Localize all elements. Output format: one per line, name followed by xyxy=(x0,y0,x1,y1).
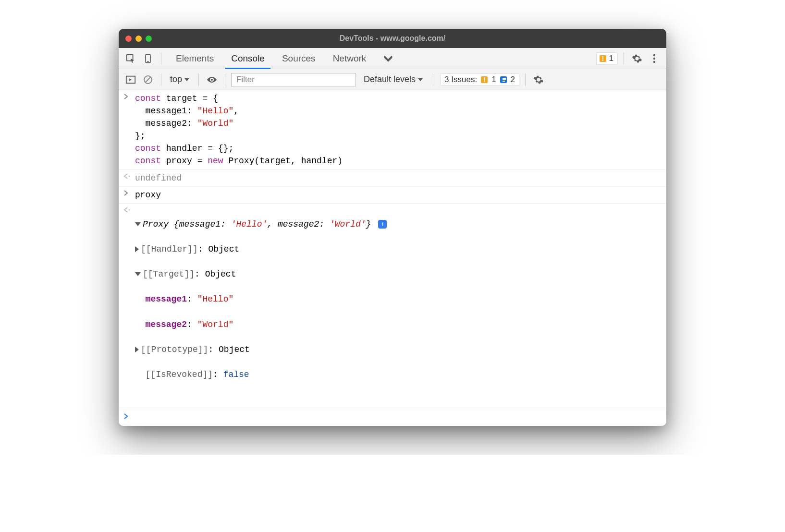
panel-tabs: Elements Console Sources Network xyxy=(167,48,402,69)
object-property[interactable]: [[Target]]: Object xyxy=(135,268,662,280)
issues-label: 3 Issues: xyxy=(444,75,477,85)
more-tabs-button[interactable] xyxy=(375,48,402,69)
svg-point-20 xyxy=(129,175,130,177)
disclosure-triangle-down-icon[interactable] xyxy=(135,222,141,226)
separator xyxy=(624,52,624,65)
disclosure-triangle-right-icon[interactable] xyxy=(135,347,139,352)
titlebar: DevTools - www.google.com/ xyxy=(119,29,666,48)
console-prompt[interactable] xyxy=(119,408,666,426)
separator xyxy=(225,73,225,86)
context-selector[interactable]: top xyxy=(167,74,193,85)
input-chevron-icon xyxy=(123,92,135,168)
object-property[interactable]: message2: "World" xyxy=(135,318,662,331)
svg-rect-4 xyxy=(602,56,603,60)
info-badge-icon[interactable]: i xyxy=(378,220,387,229)
object-summary[interactable]: Proxy {message1: 'Hello', message2: 'Wor… xyxy=(135,218,662,230)
console-settings-icon[interactable] xyxy=(531,73,546,87)
settings-icon[interactable] xyxy=(630,51,644,66)
issues-warn-count: 1 xyxy=(491,75,496,85)
console-output-row: undefined xyxy=(119,170,666,187)
warning-icon xyxy=(480,75,489,84)
traffic-lights xyxy=(125,36,152,42)
chevron-down-icon xyxy=(184,77,190,82)
console-input-row[interactable]: const target = { message1: "Hello", mess… xyxy=(119,90,666,170)
svg-rect-17 xyxy=(503,78,506,79)
svg-point-21 xyxy=(129,209,130,210)
disclosure-triangle-right-icon[interactable] xyxy=(135,246,139,252)
clear-console-icon[interactable] xyxy=(141,73,155,87)
undefined-value: undefined xyxy=(135,172,662,184)
prompt-input[interactable] xyxy=(135,412,662,419)
tab-elements[interactable]: Elements xyxy=(167,48,222,69)
output-chevron-icon xyxy=(123,172,135,184)
warning-icon xyxy=(599,54,607,63)
chevron-down-icon xyxy=(417,77,423,82)
svg-rect-14 xyxy=(484,77,485,81)
close-window-button[interactable] xyxy=(125,36,132,42)
console-output: const target = { message1: "Hello", mess… xyxy=(119,90,666,426)
separator xyxy=(161,73,161,86)
object-property[interactable]: [[Handler]]: Object xyxy=(135,243,662,255)
svg-point-6 xyxy=(653,54,655,56)
live-expression-icon[interactable] xyxy=(205,73,219,87)
object-property[interactable]: [[IsRevoked]]: false xyxy=(135,368,662,381)
device-toolbar-icon[interactable] xyxy=(141,51,155,66)
svg-rect-19 xyxy=(503,81,505,82)
code-block: const target = { message1: "Hello", mess… xyxy=(135,92,662,168)
issues-info-count: 2 xyxy=(511,75,515,85)
svg-rect-18 xyxy=(503,79,506,80)
svg-point-7 xyxy=(653,57,655,59)
tab-sources[interactable]: Sources xyxy=(273,48,324,69)
object-property[interactable]: message1: "Hello" xyxy=(135,293,662,305)
minimize-window-button[interactable] xyxy=(135,36,142,42)
window-title: DevTools - www.google.com/ xyxy=(119,34,666,43)
issues-badge[interactable]: 3 Issues: 1 2 xyxy=(440,73,519,86)
svg-point-12 xyxy=(211,79,213,81)
svg-rect-15 xyxy=(484,81,485,82)
info-icon xyxy=(499,75,508,84)
warnings-badge[interactable]: 1 xyxy=(596,52,618,65)
object-tree: Proxy {message1: 'Hello', message2: 'Wor… xyxy=(135,206,662,406)
filter-input[interactable] xyxy=(231,73,356,86)
disclosure-triangle-down-icon[interactable] xyxy=(135,272,141,276)
prompt-chevron-icon xyxy=(123,412,135,419)
object-property[interactable]: [[Prototype]]: Object xyxy=(135,343,662,356)
console-toolbar: top Default levels 3 Issues: 1 2 xyxy=(119,69,666,90)
svg-point-8 xyxy=(653,60,655,62)
more-options-icon[interactable] xyxy=(647,51,662,66)
output-chevron-icon xyxy=(123,206,135,406)
devtools-window: DevTools - www.google.com/ Elements Cons… xyxy=(119,29,666,426)
log-levels-selector[interactable]: Default levels xyxy=(359,74,428,85)
levels-label: Default levels xyxy=(364,74,416,85)
input-chevron-icon xyxy=(123,189,135,201)
console-input-row[interactable]: proxy xyxy=(119,187,666,204)
svg-rect-5 xyxy=(602,60,603,61)
separator xyxy=(525,73,526,86)
code-block: proxy xyxy=(135,189,662,201)
sidebar-toggle-icon[interactable] xyxy=(123,73,138,87)
maximize-window-button[interactable] xyxy=(146,36,152,42)
warning-count: 1 xyxy=(609,54,613,63)
inspect-element-icon[interactable] xyxy=(123,51,138,66)
tab-network[interactable]: Network xyxy=(324,48,375,69)
tab-console[interactable]: Console xyxy=(222,48,273,69)
separator xyxy=(434,73,434,86)
separator xyxy=(161,52,161,65)
separator xyxy=(198,73,199,86)
main-toolbar: Elements Console Sources Network 1 xyxy=(119,48,666,69)
context-label: top xyxy=(170,74,182,85)
svg-line-11 xyxy=(146,77,150,82)
console-output-row: Proxy {message1: 'Hello', message2: 'Wor… xyxy=(119,204,666,409)
